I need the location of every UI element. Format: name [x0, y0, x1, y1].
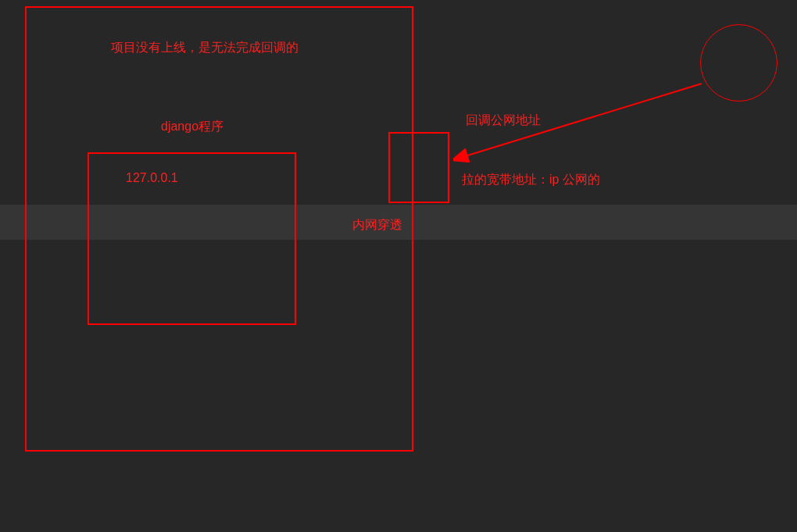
title-text: 项目没有上线，是无法完成回调的 [111, 40, 298, 56]
localhost-label: 127.0.0.1 [126, 171, 178, 185]
callback-label: 回调公网地址 [466, 112, 541, 129]
django-label: django程序 [161, 119, 223, 135]
inner-diagram-box [88, 152, 296, 325]
small-diagram-box [388, 132, 449, 203]
penetration-label: 内网穿透 [352, 217, 402, 234]
broadband-label: 拉的宽带地址：ip 公网的 [462, 172, 600, 188]
circle-shape [700, 24, 777, 102]
